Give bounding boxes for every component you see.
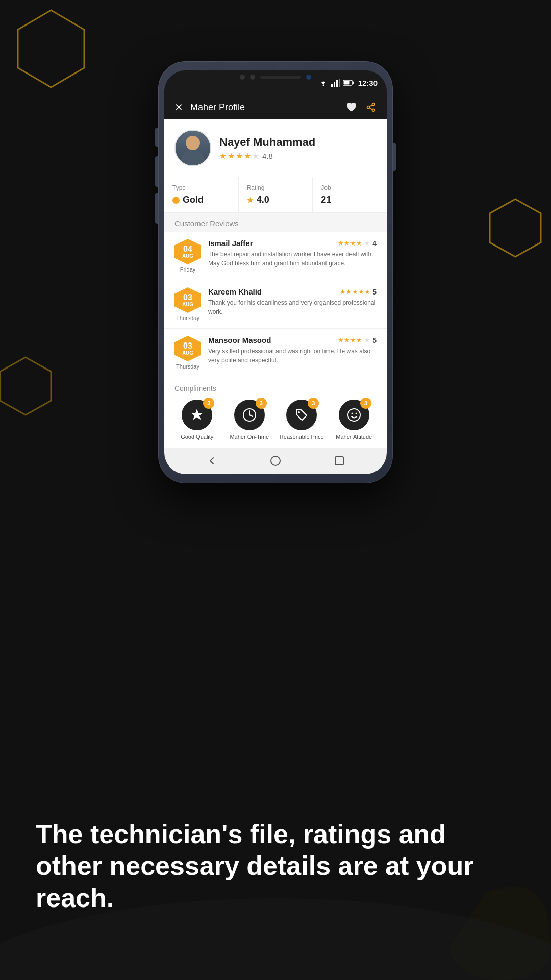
review-content-2: Kareem Khalid ★★★★★ 5 Thank you for his … xyxy=(208,287,377,321)
signal-icon xyxy=(331,79,340,87)
compliment-badge-4: 3 xyxy=(360,398,371,409)
svg-rect-9 xyxy=(352,82,354,84)
compliment-icon-wrap-3: 3 xyxy=(286,400,317,430)
compliment-label-1: Good Quality xyxy=(181,433,213,440)
svg-rect-10 xyxy=(343,81,349,85)
stat-type-value: Gold xyxy=(172,194,230,205)
volume-down-button xyxy=(155,156,158,187)
nav-home-button[interactable] xyxy=(268,454,283,468)
phone-mockup: 12:30 ✕ Maher Profile xyxy=(158,61,393,483)
bottom-headline: The technician's file, ratings and other… xyxy=(36,818,515,914)
svg-point-21 xyxy=(351,413,353,414)
compliment-badge-3: 3 xyxy=(308,398,319,409)
svg-rect-5 xyxy=(334,82,335,87)
nav-recent-button[interactable] xyxy=(332,454,346,468)
compliment-badge-1: 3 xyxy=(203,398,214,409)
volume-up-button xyxy=(155,128,158,147)
star-1: ★ xyxy=(219,151,227,161)
review-item-1: 04 AUG Friday Ismail Jaffer ★★★★★ 4 The … xyxy=(164,232,387,280)
review-date-3: 03 AUG Thursday xyxy=(174,336,201,370)
star-5: ★ xyxy=(252,151,259,161)
date-hex-3: 03 AUG xyxy=(174,336,201,361)
review-content-1: Ismail Jaffer ★★★★★ 4 The best repair an… xyxy=(208,239,377,273)
svg-point-23 xyxy=(271,456,280,465)
review-stars-2: ★★★★★ 5 xyxy=(340,288,377,296)
svg-marker-1 xyxy=(490,199,541,257)
nav-back-button[interactable] xyxy=(205,454,219,468)
star-2: ★ xyxy=(228,151,235,161)
gold-indicator xyxy=(172,197,180,204)
svg-point-19 xyxy=(298,411,300,413)
header-left: ✕ Maher Profile xyxy=(174,101,245,113)
speaker-bar xyxy=(260,76,301,79)
stat-job: Job 21 xyxy=(313,177,387,212)
svg-rect-6 xyxy=(336,80,338,87)
svg-line-18 xyxy=(249,415,253,416)
stat-type-label: Type xyxy=(172,184,230,191)
compliment-badge-2: 3 xyxy=(256,398,267,409)
review-item-2: 03 AUG Thursday Kareem Khalid ★★★★★ 5 Th… xyxy=(164,280,387,329)
camera-dot xyxy=(240,75,245,80)
stat-rating-value: ★ 4.0 xyxy=(247,194,305,205)
nav-bar xyxy=(164,448,387,474)
svg-point-22 xyxy=(355,413,357,414)
back-button[interactable]: ✕ xyxy=(174,101,183,113)
wifi-icon xyxy=(318,79,329,87)
stat-type: Type Gold xyxy=(164,177,239,212)
silent-button xyxy=(155,193,158,224)
profile-rating-value: 4.8 xyxy=(262,152,273,160)
review-header-3: Mansoor Masood ★★★★★ 5 xyxy=(208,336,377,345)
clock-compliment-icon xyxy=(242,407,257,423)
favorite-button[interactable] xyxy=(346,102,357,112)
header-icons xyxy=(346,102,377,112)
avatar xyxy=(174,130,211,166)
speaker-dot xyxy=(250,75,255,80)
profile-section: Nayef Muhammad ★ ★ ★ ★ ★ 4.8 xyxy=(164,119,387,177)
review-content-3: Mansoor Masood ★★★★★ 5 Very skilled prof… xyxy=(208,336,377,370)
svg-marker-0 xyxy=(18,10,84,87)
page-title: Maher Profile xyxy=(190,102,245,113)
svg-rect-7 xyxy=(339,79,340,87)
compliment-good-quality: 3 Good Quality xyxy=(174,400,220,440)
svg-marker-2 xyxy=(0,357,51,415)
svg-line-15 xyxy=(369,108,372,110)
compliment-label-2: Maher On-Time xyxy=(230,433,269,440)
svg-line-14 xyxy=(369,105,372,107)
star-compliment-icon xyxy=(189,407,205,423)
status-bar: 12:30 xyxy=(164,70,387,95)
review-stars-3: ★★★★★ 5 xyxy=(338,336,377,345)
profile-info: Nayef Muhammad ★ ★ ★ ★ ★ 4.8 xyxy=(219,136,377,161)
status-time: 12:30 xyxy=(358,79,378,87)
reviews-section-header: Customer Reviews xyxy=(164,213,387,232)
compliment-attitude: 3 Maher Attitude xyxy=(332,400,377,440)
review-stars-1: ★★★★★ 4 xyxy=(338,239,377,248)
app-header: ✕ Maher Profile xyxy=(164,95,387,119)
svg-point-20 xyxy=(348,409,360,421)
review-date-2: 03 AUG Thursday xyxy=(174,287,201,321)
smile-compliment-icon xyxy=(346,407,362,423)
share-button[interactable] xyxy=(365,102,377,112)
star-4: ★ xyxy=(244,151,251,161)
date-hex-2: 03 AUG xyxy=(174,287,201,313)
bottom-text-section: The technician's file, ratings and other… xyxy=(0,818,551,914)
avatar-head xyxy=(186,136,200,150)
review-header-2: Kareem Khalid ★★★★★ 5 xyxy=(208,287,377,296)
review-date-1: 04 AUG Friday xyxy=(174,239,201,273)
power-button xyxy=(393,143,396,171)
svg-rect-4 xyxy=(331,84,333,87)
compliment-icon-wrap-4: 3 xyxy=(339,400,369,430)
profile-rating-row: ★ ★ ★ ★ ★ 4.8 xyxy=(219,151,377,161)
date-hex-1: 04 AUG xyxy=(174,239,201,264)
sensor-dot xyxy=(306,75,311,80)
compliments-section: Compliments 3 Goo xyxy=(164,377,387,448)
stats-row: Type Gold Rating ★ 4.0 Job 21 xyxy=(164,177,387,213)
profile-name: Nayef Muhammad xyxy=(219,136,377,149)
stat-rating: Rating ★ 4.0 xyxy=(239,177,313,212)
compliment-on-time: 3 Maher On-Time xyxy=(227,400,272,440)
top-notch xyxy=(240,75,311,80)
compliment-icon-wrap-1: 3 xyxy=(182,400,212,430)
compliment-label-3: Reasonable Price xyxy=(280,433,324,440)
stat-job-label: Job xyxy=(321,184,379,191)
stat-rating-label: Rating xyxy=(247,184,305,191)
compliments-row: 3 Good Quality xyxy=(174,400,377,440)
